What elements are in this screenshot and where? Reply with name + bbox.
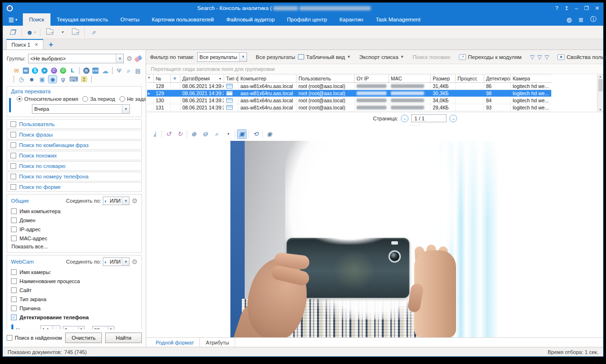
col-header-filetype[interactable]: Тип фа <box>224 75 238 82</box>
checkbox-item[interactable]: Тип экрана <box>11 295 138 304</box>
add-tab-button[interactable]: + <box>49 41 53 49</box>
ftp-icon[interactable]: FTP <box>91 67 99 75</box>
radio-option[interactable]: Относительное время <box>17 96 78 102</box>
search-filter-row[interactable]: Поиск фразы <box>7 130 142 139</box>
cloud-icon[interactable]: ☁ <box>101 67 109 75</box>
stepper-arrows[interactable]: ▲▼ <box>108 326 114 329</box>
close-tab-icon[interactable]: ✕ <box>35 42 39 47</box>
fit-window-icon[interactable]: ▣ <box>237 129 247 139</box>
condition-from-stepper[interactable]: 0 ▲▼ <box>63 326 85 329</box>
id-search-button[interactable]: ⌕ <box>89 27 99 38</box>
groups-select[interactable]: <Не выбрано> ▼ <box>28 54 124 63</box>
checkbox-icon[interactable] <box>10 142 16 148</box>
chevron-down-icon[interactable]: ▼ <box>52 326 60 329</box>
col-header-size[interactable]: Размер <box>431 75 456 82</box>
checkbox-item[interactable]: Детектирование телефона <box>11 313 138 322</box>
zoom-menu-icon[interactable]: ⌕ <box>212 129 221 139</box>
col-header-date[interactable]: Дата\Время ▼ <box>180 75 224 82</box>
radio-option[interactable]: За период <box>82 96 115 102</box>
device-search-icon[interactable]: ⌕ <box>125 67 133 75</box>
separator[interactable] <box>262 130 263 138</box>
search-filter-row[interactable]: Поиск по форме <box>7 182 142 192</box>
import-search-button[interactable]: ← <box>70 27 80 38</box>
window-copy-button[interactable]: ❐ <box>7 27 18 38</box>
checkbox-icon[interactable] <box>11 269 17 275</box>
chevron-down-icon[interactable]: ▼ <box>122 105 129 113</box>
webcam-icon[interactable]: ◉ <box>48 75 57 83</box>
time-icon[interactable]: ◷ <box>17 75 26 83</box>
menu-tab-profile-center[interactable]: Профайл центр <box>281 13 333 26</box>
lync-icon[interactable]: L <box>69 67 77 75</box>
scroll-down-icon[interactable]: ▼ <box>599 108 602 111</box>
zoom-in-icon[interactable]: ⊕ <box>189 129 199 139</box>
user-search-button[interactable]: ☻⌕ <box>26 27 36 38</box>
table-row[interactable]: 129 08.06.2021 14:39:38 aas-w81x64ru.aas… <box>147 90 551 97</box>
col-header-marker[interactable]: * <box>147 75 154 82</box>
export-list-button[interactable]: Экспорт списка ▼ <box>359 54 404 60</box>
menu-tab-task-management[interactable]: Task Management <box>369 13 427 26</box>
scrollbar-thumb[interactable] <box>598 79 603 91</box>
folder-import-icon[interactable]: ↥ <box>79 75 89 83</box>
minimize-button[interactable]: – <box>575 5 578 11</box>
separator[interactable] <box>91 76 92 83</box>
go-to-modules-button[interactable]: ↗ Переходы к модулям <box>459 54 521 60</box>
save-image-icon[interactable]: ⤓ <box>150 129 159 139</box>
radio-option[interactable]: Не задано <box>119 96 146 102</box>
checkbox-item[interactable]: Наименование процесса <box>11 276 138 285</box>
skype-icon[interactable]: S <box>31 67 39 75</box>
chevron-down-icon[interactable]: ▼ <box>116 54 123 63</box>
separator[interactable] <box>13 76 14 83</box>
checkbox-icon[interactable] <box>7 335 12 341</box>
join-by-select[interactable]: ◐ ИЛИ ▼ <box>103 257 129 266</box>
search-filter-row[interactable]: Поиск похожих <box>7 151 142 160</box>
relative-period-select[interactable]: Вчера ▼ <box>32 104 130 114</box>
menu-tab-current-activity[interactable]: Текущая активность <box>50 13 114 26</box>
find-button[interactable]: Найти <box>105 333 142 343</box>
next-page-button[interactable]: → <box>449 115 457 122</box>
rotate-right-icon[interactable]: ↻ <box>175 129 185 139</box>
checkbox-icon[interactable] <box>10 184 16 190</box>
chevron-down-icon[interactable]: ▼ <box>122 197 129 205</box>
http-icon[interactable]: ⊕ <box>82 67 90 75</box>
search-filter-row[interactable]: Пользователь <box>7 119 142 129</box>
checkbox-icon[interactable] <box>11 315 17 320</box>
separator[interactable] <box>79 67 80 74</box>
eye-icon[interactable]: ◉ <box>265 129 274 139</box>
menu-tab-search[interactable]: Поиск <box>23 13 50 26</box>
chevron-down-icon[interactable]: ▼ <box>122 258 129 266</box>
checkbox-item[interactable]: Имя компьютера <box>11 207 138 216</box>
viber-icon[interactable]: ✆ <box>50 67 58 75</box>
monitor-icon[interactable]: ▣ <box>38 75 47 83</box>
section-settings-icon[interactable]: ⚙ <box>131 258 138 265</box>
checkbox-icon[interactable] <box>10 153 16 158</box>
checkbox-icon[interactable] <box>11 278 17 284</box>
checkbox-item[interactable]: Имя камеры: <box>11 267 138 276</box>
groups-settings-icon[interactable]: ⚙ <box>126 55 132 62</box>
prev-page-button[interactable]: ← <box>401 115 408 122</box>
services-icon[interactable]: ≣ <box>578 16 584 23</box>
checkbox-icon[interactable] <box>11 236 17 241</box>
separator[interactable] <box>187 130 187 138</box>
sync-icon[interactable]: ⟲ <box>251 129 260 139</box>
clear-groups-icon[interactable] <box>134 55 142 62</box>
col-header-process[interactable]: Процесс <box>456 75 484 82</box>
search-in-found-checkbox[interactable]: Поиск в найденном <box>7 335 62 341</box>
document-tab-search-1[interactable]: Поиск 1 ✕ <box>6 39 43 49</box>
checkbox-icon[interactable] <box>11 296 17 302</box>
splitter-handle[interactable]: ····· <box>146 124 603 128</box>
search-filter-row[interactable]: Поиск по комбинации фраз <box>7 140 142 150</box>
help-button[interactable]: ? <box>555 5 558 11</box>
find-similar-button[interactable]: Поиск похожих <box>413 54 450 60</box>
col-header-ip[interactable]: От IP <box>355 75 389 82</box>
page-number-input[interactable]: 1 / 1 <box>411 114 447 122</box>
col-header-camera[interactable]: Камера <box>511 75 551 82</box>
checkbox-item[interactable]: IP-адрес <box>11 225 138 234</box>
close-button[interactable]: ✕ <box>595 5 599 11</box>
checkbox-icon[interactable] <box>11 305 17 311</box>
filter-apply-icon[interactable]: ▽ <box>545 54 549 60</box>
filter-icon[interactable]: ▽ <box>530 54 535 60</box>
printer-icon[interactable]: ▤ <box>134 67 142 75</box>
table-scrollbar[interactable]: ▲ ▼ <box>597 74 603 112</box>
telegram-icon[interactable]: ➤ <box>40 67 49 75</box>
search-filter-row[interactable]: Поиск по номеру телефона <box>7 172 142 181</box>
